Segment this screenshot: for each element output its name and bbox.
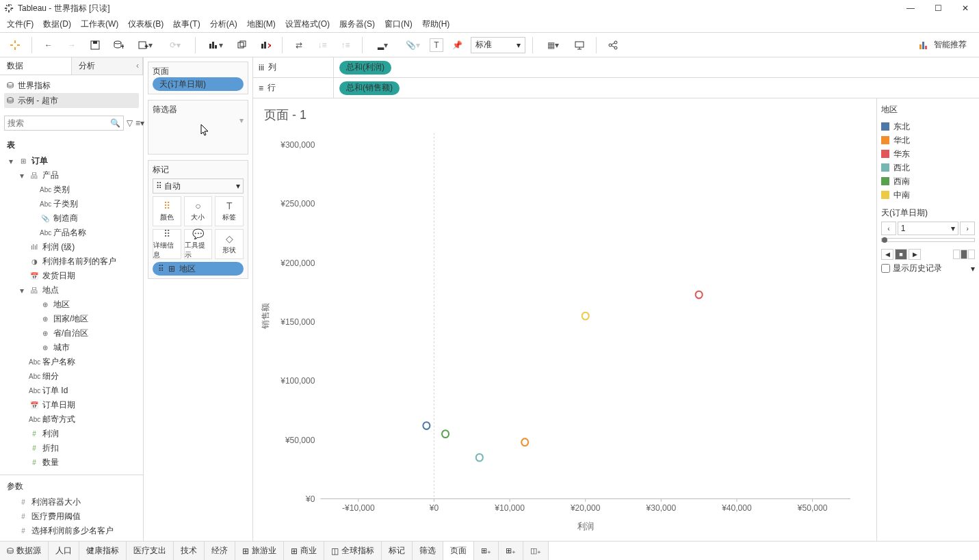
menu-story[interactable]: 故事(T) xyxy=(173,18,200,30)
datasource-tab[interactable]: ⛁ 数据源 xyxy=(0,542,49,560)
datasource-item[interactable]: ⛁ 示例 - 超市 xyxy=(4,93,139,108)
play-forward-button[interactable]: ▶ xyxy=(909,249,921,260)
sheet-tab[interactable]: 人口 xyxy=(49,542,79,560)
search-input[interactable]: 🔍 xyxy=(4,116,124,131)
show-history-checkbox[interactable]: 显示历史记录▾ xyxy=(881,263,975,274)
sheet-tab[interactable]: ⊞旅游业 xyxy=(235,542,284,560)
field-item[interactable]: 📅发货日期 xyxy=(3,269,140,283)
pin-button[interactable]: 📌 xyxy=(447,36,467,55)
menu-map[interactable]: 地图(M) xyxy=(247,18,276,30)
show-me-button[interactable]: 智能推荐 xyxy=(912,39,974,51)
sort-desc-button[interactable]: ↑≡ xyxy=(336,36,355,55)
page-slider[interactable] xyxy=(881,238,975,246)
sort-asc-button[interactable]: ↓≡ xyxy=(313,36,332,55)
share-button[interactable] xyxy=(603,36,623,55)
data-point[interactable] xyxy=(521,438,528,446)
sheet-tab[interactable]: 经济 xyxy=(205,542,235,560)
field-item[interactable]: #数量 xyxy=(3,455,140,470)
legend-item[interactable]: 西北 xyxy=(881,161,975,174)
menu-analysis[interactable]: 分析(A) xyxy=(210,18,237,30)
field-item[interactable]: Abc客户名称 xyxy=(3,355,140,369)
field-item[interactable]: ◑利润排名前列的客户 xyxy=(3,254,140,269)
sheet-tab[interactable]: 页面 xyxy=(443,542,474,560)
field-item[interactable]: Abc细分 xyxy=(3,369,140,384)
color-pill[interactable]: ⠿ ⊞ 地区 xyxy=(153,262,244,276)
field-item[interactable]: ⊕城市 xyxy=(3,341,140,355)
clear-button[interactable]: ✕ xyxy=(256,36,275,55)
menu-server[interactable]: 服务器(S) xyxy=(339,18,375,30)
columns-shelf[interactable]: iii列 总和(利润) xyxy=(253,57,979,78)
columns-pill[interactable]: 总和(利润) xyxy=(339,61,391,75)
sheet-tab[interactable]: ◫全球指标 xyxy=(324,542,382,560)
undo-button[interactable]: ← xyxy=(39,36,58,55)
filter-icon[interactable]: ▽ xyxy=(127,114,133,133)
expand-icon[interactable]: ▾ xyxy=(7,157,15,166)
field-item[interactable]: Abc邮寄方式 xyxy=(3,412,140,427)
field-item[interactable]: ⊕国家/地区 xyxy=(3,312,140,326)
filters-shelf[interactable]: 筛选器 ▾ xyxy=(148,100,248,155)
swap-button[interactable]: ⇄ xyxy=(289,36,309,55)
field-item[interactable]: Abc子类别 xyxy=(3,197,140,211)
menu-help[interactable]: 帮助(H) xyxy=(422,18,450,30)
play-stop-button[interactable]: ■ xyxy=(895,249,907,260)
new-story-tab[interactable]: ◫₊ xyxy=(523,542,549,560)
analytics-tab[interactable]: 分析 xyxy=(72,57,144,75)
param-item[interactable]: #医疗费用阈值 xyxy=(3,509,140,524)
menu-file[interactable]: 文件(F) xyxy=(7,18,34,30)
param-item[interactable]: #选择利润前多少名客户 xyxy=(3,524,140,538)
expand-icon[interactable]: ▾ xyxy=(18,171,26,181)
field-item[interactable]: ▾⊞订单 xyxy=(3,154,140,168)
field-item[interactable]: #折扣 xyxy=(3,441,140,455)
play-back-button[interactable]: ◀ xyxy=(881,249,893,260)
data-point[interactable] xyxy=(476,454,483,462)
data-point[interactable] xyxy=(582,312,589,320)
marks-detail[interactable]: ⠿详细信息 xyxy=(153,229,181,259)
marks-color[interactable]: ⠿颜色 xyxy=(153,196,181,226)
marks-size[interactable]: ○大小 xyxy=(184,196,213,226)
marks-shape[interactable]: ◇形状 xyxy=(215,229,244,259)
pages-pill[interactable]: 天(订单日期) xyxy=(153,77,244,91)
highlight-button[interactable]: ▂▾ xyxy=(369,36,395,55)
show-cards-button[interactable]: ▦▾ xyxy=(540,36,566,55)
legend-item[interactable]: 西南 xyxy=(881,174,975,188)
menu-data[interactable]: 数据(D) xyxy=(43,18,71,30)
filters-dropdown-icon[interactable]: ▾ xyxy=(239,116,244,125)
menu-format[interactable]: 设置格式(O) xyxy=(285,18,330,30)
new-dashboard-tab[interactable]: ⊞₊ xyxy=(499,542,523,560)
minimize-button[interactable]: ― xyxy=(901,3,920,13)
sheet-tab[interactable]: 技术 xyxy=(174,542,205,560)
field-item[interactable]: ılıl利润 (级) xyxy=(3,240,140,254)
page-next-button[interactable]: › xyxy=(960,222,975,235)
mark-type-dropdown[interactable]: ⠿ 自动 ▾ xyxy=(153,178,244,194)
menu-dashboard[interactable]: 仪表板(B) xyxy=(128,18,164,30)
menu-worksheet[interactable]: 工作表(W) xyxy=(81,18,118,30)
field-item[interactable]: #利润 xyxy=(3,427,140,441)
expand-icon[interactable]: ▾ xyxy=(18,286,26,295)
page-current[interactable]: 1▾ xyxy=(898,222,958,235)
data-point[interactable] xyxy=(442,430,449,438)
fit-dropdown[interactable]: 标准 ▾ xyxy=(471,37,525,53)
new-worksheet-button[interactable]: +▾ xyxy=(132,36,158,55)
new-sheet-button[interactable]: ▾ xyxy=(203,36,229,55)
sheet-tab[interactable]: 筛选 xyxy=(413,542,443,560)
field-item[interactable]: ⊕地区 xyxy=(3,297,140,312)
field-item[interactable]: ▾品产品 xyxy=(3,168,140,183)
field-item[interactable]: 📅订单日期 xyxy=(3,398,140,412)
color-legend[interactable]: 地区 东北华北华东西北西南中南 xyxy=(881,103,975,202)
data-point[interactable] xyxy=(423,422,430,429)
sheet-tab[interactable]: 健康指标 xyxy=(79,542,127,560)
field-item[interactable]: Abc产品名称 xyxy=(3,226,140,240)
new-datasource-button[interactable]: + xyxy=(109,36,128,55)
collapse-side-icon[interactable]: ‹ xyxy=(136,61,139,70)
sheet-tab[interactable]: ⊞商业 xyxy=(284,542,324,560)
redo-button[interactable]: → xyxy=(62,36,81,55)
refresh-button[interactable]: ⟳▾ xyxy=(162,36,188,55)
sheet-tab[interactable]: 标记 xyxy=(382,542,413,560)
field-item[interactable]: ▾品地点 xyxy=(3,283,140,297)
legend-item[interactable]: 华东 xyxy=(881,147,975,161)
data-tab[interactable]: 数据 xyxy=(0,57,72,75)
menu-window[interactable]: 窗口(N) xyxy=(384,18,413,30)
field-item[interactable]: ⊕省/自治区 xyxy=(3,326,140,341)
marks-label[interactable]: T标签 xyxy=(215,196,244,226)
legend-item[interactable]: 东北 xyxy=(881,120,975,133)
